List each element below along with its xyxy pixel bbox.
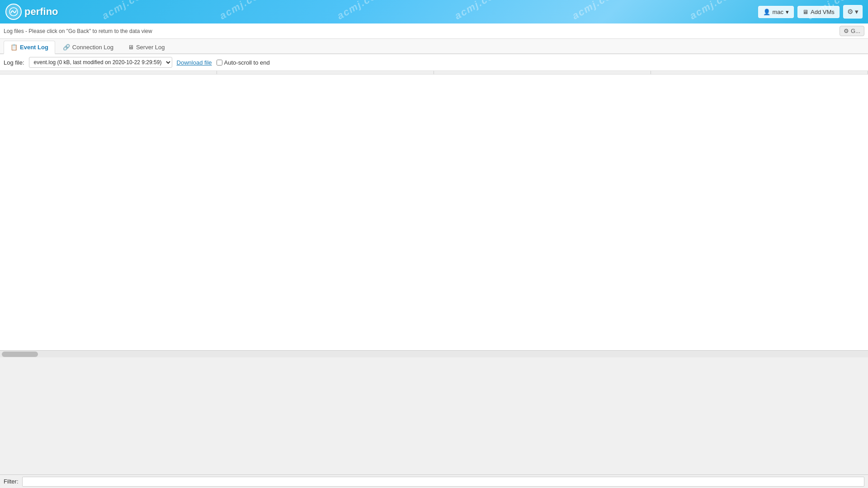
filter-input[interactable]	[22, 477, 865, 487]
breadcrumb-text: Log files - Please click on "Go Back" to…	[4, 28, 152, 34]
log-section-dividers	[0, 71, 868, 75]
connection-log-icon: 🔗	[63, 44, 70, 51]
autoscroll-text: Auto-scroll to end	[224, 59, 270, 66]
log-content-area[interactable]	[0, 75, 868, 350]
event-log-icon: 📋	[10, 44, 18, 51]
log-file-select[interactable]: event.log (0 kB, last modified on 2020-1…	[29, 57, 172, 68]
header-watermarks: acmj.com acmj.com acmj.com acmj.com acmj…	[0, 0, 868, 23]
corner-gear-label: G...	[851, 28, 860, 34]
tab-server-log[interactable]: 🖥 Server Log	[121, 41, 172, 53]
settings-icon: ⚙	[847, 8, 853, 15]
corner-gear-icon: ⚙	[844, 28, 849, 34]
scrollbar-thumb[interactable]	[2, 352, 38, 357]
corner-gear-button[interactable]: ⚙ G...	[840, 26, 864, 36]
watermark-2: acmj.com	[217, 0, 269, 22]
user-name: mac	[773, 9, 784, 15]
breadcrumb-bar: Log files - Please click on "Go Back" to…	[0, 23, 868, 39]
user-menu-button[interactable]: 👤 mac ▾	[758, 6, 794, 18]
logo-icon	[5, 4, 22, 20]
settings-button[interactable]: ⚙ ▾	[843, 5, 863, 19]
watermark-6: acmj.com	[688, 0, 740, 22]
divider-2	[217, 71, 434, 74]
add-vms-button[interactable]: 🖥 Add VMs	[797, 6, 840, 18]
settings-chevron: ▾	[855, 8, 859, 15]
tab-connection-log[interactable]: 🔗 Connection Log	[56, 41, 120, 53]
main-content	[0, 75, 868, 350]
logo-text: perfino	[24, 6, 58, 18]
download-file-link[interactable]: Download file	[177, 59, 212, 66]
divider-4	[651, 71, 868, 74]
server-log-label: Server Log	[136, 44, 165, 51]
divider-3	[434, 71, 651, 74]
logo[interactable]: perfino	[5, 4, 58, 20]
server-log-icon: 🖥	[128, 44, 134, 51]
filter-bar: Filter:	[0, 474, 868, 488]
watermark-3: acmj.com	[335, 0, 387, 22]
user-chevron: ▾	[786, 9, 789, 15]
logo-svg	[9, 7, 19, 17]
filter-label: Filter:	[4, 478, 19, 485]
user-icon: 👤	[763, 9, 770, 15]
add-vms-label: Add VMs	[811, 9, 835, 15]
watermark-5: acmj.com	[570, 0, 622, 22]
connection-log-label: Connection Log	[72, 44, 113, 51]
log-controls: Log file: event.log (0 kB, last modified…	[0, 54, 868, 71]
watermark-4: acmj.com	[453, 0, 505, 22]
log-file-label: Log file:	[4, 59, 24, 66]
autoscroll-label[interactable]: Auto-scroll to end	[217, 59, 270, 66]
add-vms-icon: 🖥	[802, 9, 808, 15]
tab-event-log[interactable]: 📋 Event Log	[4, 41, 55, 54]
horizontal-scrollbar[interactable]	[0, 350, 868, 357]
header: acmj.com acmj.com acmj.com acmj.com acmj…	[0, 0, 868, 23]
header-right: 👤 mac ▾ 🖥 Add VMs ⚙ ▾	[758, 5, 863, 19]
watermark-1: acmj.com	[100, 0, 152, 22]
tabs-bar: 📋 Event Log 🔗 Connection Log 🖥 Server Lo…	[0, 39, 868, 54]
divider-1	[0, 71, 217, 74]
autoscroll-checkbox[interactable]	[217, 60, 222, 66]
event-log-label: Event Log	[20, 44, 48, 51]
